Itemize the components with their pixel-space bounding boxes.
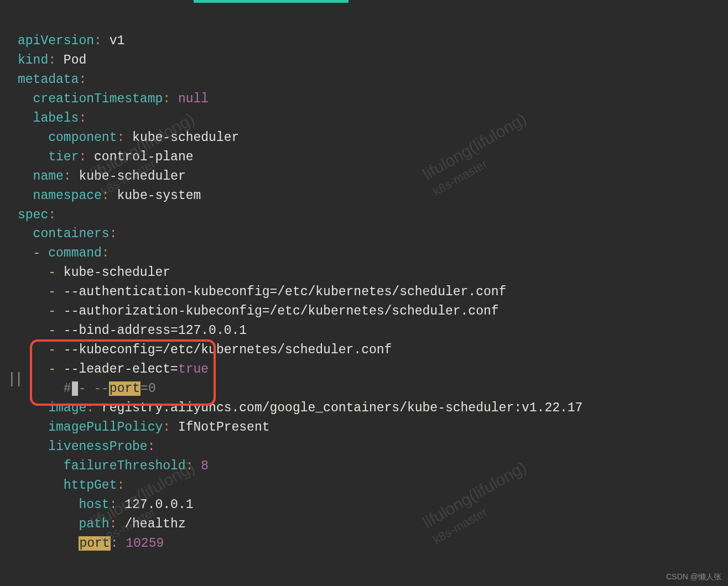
- yaml-key: apiVersion: [18, 34, 94, 48]
- yaml-key: name: [33, 169, 64, 184]
- yaml-dash: -: [48, 265, 56, 280]
- yaml-comment: #: [64, 381, 71, 396]
- yaml-value: --authentication-kubeconfig=/etc/kuberne…: [64, 285, 507, 299]
- yaml-value: kube-scheduler: [132, 130, 239, 145]
- yaml-value: v1: [110, 34, 125, 48]
- yaml-key: namespace: [33, 189, 102, 203]
- yaml-number: 10259: [126, 536, 164, 551]
- yaml-null: null: [178, 92, 209, 106]
- yaml-value: 127.0.0.1: [124, 498, 193, 512]
- yaml-key: command: [48, 246, 102, 260]
- yaml-key: imagePullPolicy: [48, 420, 163, 435]
- yaml-key: host: [79, 498, 109, 512]
- yaml-dash: -: [48, 362, 56, 376]
- search-highlight: port: [79, 536, 110, 551]
- search-highlight: port: [109, 381, 141, 396]
- attribution-text: CSDN @懒人张: [666, 571, 721, 583]
- yaml-value: kube-scheduler: [64, 265, 170, 280]
- yaml-value: --bind-address=127.0.0.1: [64, 323, 247, 338]
- yaml-key: tier: [48, 150, 79, 164]
- yaml-bool: true: [178, 362, 209, 376]
- yaml-dash: -: [33, 246, 41, 260]
- yaml-key: livenessProbe: [48, 440, 147, 454]
- code-editor[interactable]: apiVersion: v1 kind: Pod metadata: creat…: [18, 12, 583, 553]
- yaml-key: httpGet: [64, 478, 117, 493]
- yaml-value: registry.aliyuncs.com/google_containers/…: [102, 401, 583, 415]
- yaml-value: /healthz: [124, 517, 185, 531]
- yaml-key: path: [79, 517, 109, 531]
- yaml-value: kube-system: [117, 189, 201, 203]
- yaml-value: --kubeconfig=/etc/kubernetes/scheduler.c…: [64, 343, 392, 357]
- yaml-value: IfNotPresent: [178, 420, 270, 435]
- yaml-value: control-plane: [94, 150, 193, 164]
- yaml-dash: -: [48, 285, 56, 299]
- active-tab-indicator: [194, 0, 349, 3]
- yaml-dash: -: [48, 304, 56, 318]
- yaml-key: metadata: [18, 72, 79, 87]
- yaml-key: kind: [18, 53, 48, 67]
- yaml-value: Pod: [64, 53, 86, 67]
- yaml-value: --leader-elect=: [64, 362, 178, 376]
- yaml-key: failureThreshold: [64, 459, 186, 473]
- yaml-key: spec: [18, 208, 48, 222]
- yaml-key: component: [48, 130, 117, 145]
- yaml-key: labels: [33, 111, 79, 125]
- yaml-dash: -: [48, 323, 56, 338]
- cursor: [72, 381, 78, 396]
- yaml-key: image: [48, 401, 86, 415]
- yaml-number: 8: [201, 459, 209, 473]
- yaml-value: kube-scheduler: [79, 169, 185, 184]
- yaml-key: creationTimestamp: [33, 92, 163, 106]
- yaml-key: containers: [33, 227, 110, 241]
- yaml-value: --authorization-kubeconfig=/etc/kubernet…: [64, 304, 499, 318]
- yaml-dash: -: [48, 343, 56, 357]
